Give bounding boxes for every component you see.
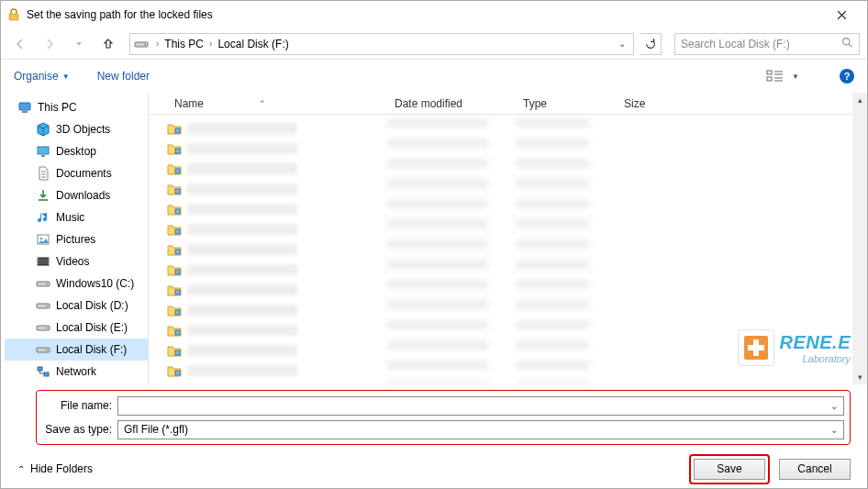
brand-text: RENE.E [780,332,851,353]
blurred-content [516,118,589,384]
back-button[interactable] [8,32,32,56]
svg-rect-35 [175,371,180,375]
cube-icon [36,122,50,137]
refresh-button[interactable] [640,33,662,55]
folder-icon [167,182,182,196]
drive-icon [36,298,50,313]
recent-dropdown[interactable] [67,32,91,56]
address-bar[interactable]: › This PC › Local Disk (F:) ⌄ [129,33,634,55]
blurred-content [187,143,297,154]
svg-rect-22 [44,372,49,376]
folder-icon [167,303,182,317]
blurred-content [187,264,297,275]
blurred-content [187,224,297,235]
vid-icon [36,254,50,269]
svg-rect-29 [175,250,180,254]
svg-rect-23 [175,128,180,133]
folder-icon [167,141,182,156]
tree-item-pictures[interactable]: Pictures [5,228,148,250]
svg-rect-4 [767,71,772,74]
chevron-right-icon: › [156,39,159,49]
vertical-scrollbar[interactable]: ▴ ▾ [852,93,867,384]
svg-point-16 [46,306,48,307]
tree-item-local-disk-d-[interactable]: Local Disk (D:) [5,295,148,317]
folder-icon [167,242,182,257]
save-button[interactable]: Save [694,459,765,480]
tree-item-music[interactable]: Music [5,206,148,228]
drive-icon [36,276,50,291]
column-size[interactable]: Size [617,97,690,110]
search-input[interactable]: Search Local Disk (F:) [674,33,860,55]
chevron-up-icon: ⌃ [17,464,25,474]
tree-this-pc[interactable]: This PC [5,96,148,118]
svg-rect-6 [19,103,30,110]
blurred-content [187,325,297,336]
close-button[interactable] [821,2,862,28]
breadcrumb-this-pc[interactable]: This PC [162,38,206,50]
column-type[interactable]: Type [516,97,617,110]
svg-rect-26 [175,189,180,194]
tree-item-videos[interactable]: Videos [5,250,148,272]
svg-rect-8 [38,147,49,154]
breadcrumb-local-disk-f[interactable]: Local Disk (F:) [216,38,290,50]
help-button[interactable]: ? [840,69,854,83]
save-button-highlight: Save [689,454,770,484]
svg-point-18 [46,328,48,329]
svg-rect-34 [175,350,180,355]
tree-item-local-disk-e-[interactable]: Local Disk (E:) [5,317,148,339]
svg-point-14 [46,283,48,285]
drive-icon [134,37,149,51]
chevron-down-icon: ▼ [62,72,70,81]
down-icon [36,188,50,203]
bottom-bar: ⌃ Hide Folders Save Cancel [1,449,867,489]
saveastype-label: Save as type: [42,423,112,436]
pic-icon [36,232,50,247]
saveastype-select[interactable]: Gfl File (*.gfl) ⌄ [117,420,844,439]
view-options-button[interactable]: ▼ [766,69,799,83]
new-folder-button[interactable]: New folder [97,70,150,83]
tree-item-windows10-c-[interactable]: Windows10 (C:) [5,272,148,295]
chevron-down-icon[interactable]: ⌄ [830,425,838,435]
up-button[interactable] [96,32,120,56]
doc-icon [36,166,50,181]
tree-item-3d-objects[interactable]: 3D Objects [5,118,148,140]
tree-item-local-disk-f-[interactable]: Local Disk (F:) [5,339,148,361]
organise-button[interactable]: Organise ▼ [14,70,70,83]
blurred-content [187,284,297,295]
folder-icon [167,262,182,277]
svg-rect-30 [175,270,180,274]
folder-icon [167,161,182,176]
svg-rect-27 [175,209,180,214]
blurred-content [187,244,297,255]
hide-folders-button[interactable]: ⌃ Hide Folders [17,462,93,475]
folder-icon [167,121,182,136]
folder-icon [167,343,182,358]
svg-rect-25 [175,169,180,173]
tree-item-desktop[interactable]: Desktop [5,140,148,162]
filename-label: File name: [42,399,112,412]
svg-rect-7 [22,111,28,113]
chevron-down-icon[interactable]: ⌄ [830,401,838,411]
scroll-up-icon[interactable]: ▴ [852,93,867,107]
medical-cross-icon [738,329,774,366]
svg-rect-32 [175,310,180,315]
chevron-right-icon: › [209,39,212,49]
scroll-down-icon[interactable]: ▾ [852,370,867,384]
blurred-content [387,118,488,384]
cancel-button[interactable]: Cancel [779,459,851,480]
blurred-content [187,345,297,356]
toolbar: Organise ▼ New folder ▼ ? [1,60,867,93]
tree-item-downloads[interactable]: Downloads [5,184,148,206]
window-title: Set the saving path for the locked files [27,8,821,21]
blurred-content [187,305,297,316]
tree-item-documents[interactable]: Documents [5,162,148,184]
filename-input[interactable]: ⌄ [117,396,844,416]
forward-button[interactable] [38,32,61,56]
tree-item-network[interactable]: Network [5,361,148,383]
column-name[interactable]: Name⌃ [167,97,387,110]
address-history-dropdown[interactable]: ⌄ [615,39,629,49]
search-placeholder: Search Local Disk (F:) [681,38,841,50]
column-date-modified[interactable]: Date modified [387,97,516,110]
folder-icon [167,222,182,237]
svg-rect-28 [175,229,180,234]
